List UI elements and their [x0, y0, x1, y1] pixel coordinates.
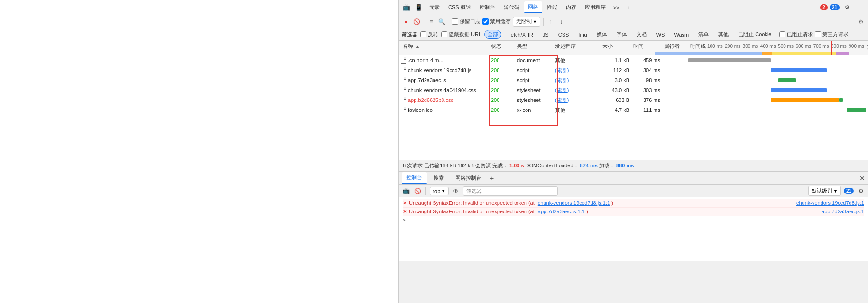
tab-console-bottom[interactable]: 控制台: [402, 172, 427, 184]
table-row[interactable]: app.7d2a3aec.js 200 script (索引) 3.0 kB 9…: [399, 75, 868, 85]
table-row[interactable]: favicon.ico 200 x-icon 其他 4.7 kB 111 ms: [399, 105, 868, 115]
filter-wasm[interactable]: Wasm: [671, 31, 692, 38]
throttle-dropdown[interactable]: 无限制 ▼: [513, 17, 540, 27]
tick-300ms: 300 ms: [743, 44, 758, 49]
blocked-requests-checkbox[interactable]: [779, 31, 785, 37]
header-type[interactable]: 类型: [515, 43, 553, 50]
close-drawer-button[interactable]: ✕: [859, 174, 865, 182]
progress-purple: [836, 52, 849, 55]
preserve-log-checkbox[interactable]: [452, 18, 458, 25]
tab-network-console[interactable]: 网络控制台: [451, 173, 486, 184]
header-timeline[interactable]: 时间线 100 ms 200 ms 300 ms 400 ms 500 ms 6…: [688, 43, 868, 50]
third-party-label[interactable]: 第三方请求: [815, 31, 849, 38]
chevron-down-icon: ▼: [441, 189, 445, 193]
header-time[interactable]: 时间: [631, 43, 662, 50]
console-filter-input[interactable]: [463, 186, 558, 196]
tab-elements[interactable]: 元素: [425, 2, 443, 13]
filter-all[interactable]: 全部: [484, 30, 501, 39]
mobile-icon[interactable]: 📱: [413, 2, 425, 13]
row-initiator: 其他: [553, 107, 600, 114]
console-settings-icon[interactable]: ⚙: [857, 187, 865, 195]
filter-toggle[interactable]: ≡: [427, 18, 435, 26]
table-row[interactable]: chunk-vendors.4a041904.css 200 styleshee…: [399, 85, 868, 95]
tab-search[interactable]: 搜索: [429, 173, 449, 184]
row-initiator: 其他: [553, 57, 600, 64]
sort-icon: ▲: [416, 44, 420, 49]
filter-doc[interactable]: 文档: [633, 30, 650, 39]
upload-har-icon[interactable]: ↑: [546, 18, 555, 26]
row-initiator[interactable]: (索引): [553, 97, 600, 104]
filter-fetch-xhr[interactable]: Fetch/XHR: [504, 31, 536, 38]
devtools-panel: 📺 📱 元素 CSS 概述 控制台 源代码 网络 性能 内存 应用程序 >> +…: [398, 0, 868, 303]
error-link-2a[interactable]: app.7d2a3aec.js:1:1: [538, 209, 585, 214]
invert-filter[interactable]: 反转: [420, 31, 438, 38]
disable-cache-checkbox[interactable]: [482, 18, 489, 25]
row-status: 200: [489, 57, 515, 63]
table-row[interactable]: app.b2d6625b8.css 200 stylesheet (索引) 60…: [399, 95, 868, 105]
filter-js[interactable]: JS: [539, 31, 552, 38]
header-initiator[interactable]: 发起程序: [553, 43, 600, 50]
add-tab-icon[interactable]: +: [623, 2, 634, 13]
tab-memory[interactable]: 内存: [562, 2, 580, 13]
clear-button[interactable]: 🚫: [412, 18, 421, 26]
filter-ws[interactable]: WS: [653, 31, 668, 38]
table-row[interactable]: .cn-north-4.m... 200 document 其他 1.1 kB …: [399, 55, 868, 65]
row-size: 4.7 kB: [600, 107, 631, 113]
third-party-checkbox[interactable]: [815, 31, 821, 37]
file-icon: [401, 57, 406, 64]
console-screen-icon[interactable]: 📺: [402, 187, 410, 195]
search-button[interactable]: 🔍: [437, 18, 446, 26]
frame-dropdown[interactable]: top ▼: [430, 187, 449, 195]
filter-font[interactable]: 字体: [613, 30, 630, 39]
tick-800ms: 800 ms: [831, 44, 847, 49]
console-clear-icon[interactable]: 🚫: [413, 187, 422, 195]
record-button[interactable]: ●: [402, 18, 410, 26]
more-tabs-icon[interactable]: >>: [610, 2, 622, 13]
table-body[interactable]: .cn-north-4.m... 200 document 其他 1.1 kB …: [399, 55, 868, 160]
filter-other[interactable]: 其他: [715, 30, 732, 39]
warning-badge: 21: [830, 4, 840, 10]
filter-css[interactable]: CSS: [555, 31, 573, 38]
invert-checkbox[interactable]: [420, 31, 426, 37]
filter-media[interactable]: 媒体: [593, 30, 610, 39]
eye-icon[interactable]: 👁: [452, 187, 460, 195]
tick-600ms: 600 ms: [795, 44, 811, 49]
row-time: 111 ms: [631, 107, 662, 113]
add-console-tab[interactable]: +: [490, 174, 494, 182]
disable-cache-label[interactable]: 禁用缓存: [482, 18, 511, 25]
row-initiator[interactable]: (索引): [553, 87, 600, 94]
error-line-1: ✕ Uncaught SyntaxError: Invalid or unexp…: [403, 199, 864, 208]
header-status[interactable]: 状态: [489, 43, 515, 50]
tab-network[interactable]: 网络: [524, 1, 542, 13]
header-name[interactable]: 名称 ▲: [399, 43, 489, 50]
log-level-dropdown[interactable]: 默认级别 ▼: [808, 186, 841, 196]
error-link-1a[interactable]: chunk-vendors.19ccd7d8.js:1:1: [538, 200, 610, 206]
error-link-1b[interactable]: chunk-vendors.19ccd7d8.js:1: [796, 200, 864, 206]
waterfall-bar-end: [839, 98, 843, 102]
network-settings-icon[interactable]: ⚙: [857, 18, 865, 26]
settings-icon[interactable]: ⚙: [841, 2, 853, 13]
tab-performance[interactable]: 性能: [543, 2, 561, 13]
tab-console[interactable]: 控制台: [476, 2, 499, 13]
tab-css-overview[interactable]: CSS 概述: [444, 2, 475, 13]
tick-200ms: 200 ms: [725, 44, 740, 49]
preserve-log-label[interactable]: 保留日志: [452, 18, 480, 25]
blocked-requests-label[interactable]: 已阻止请求: [779, 31, 813, 38]
filter-blocked-cookie[interactable]: 已阻止 Cookie: [735, 30, 775, 39]
error-link-2b[interactable]: app.7d2a3aec.js:1: [822, 209, 864, 214]
hide-data-url-checkbox[interactable]: [441, 31, 447, 37]
header-priority[interactable]: 属行者: [662, 43, 688, 50]
tab-sources[interactable]: 源代码: [500, 2, 523, 13]
table-row[interactable]: chunk-vendors.19ccd7d8.js 200 script (索引…: [399, 65, 868, 75]
header-size[interactable]: 大小: [600, 43, 631, 50]
download-har-icon[interactable]: ↓: [557, 18, 565, 26]
tab-application[interactable]: 应用程序: [581, 2, 609, 13]
console-prompt[interactable]: >: [403, 216, 864, 224]
hide-data-url[interactable]: 隐藏数据 URL: [441, 31, 481, 38]
filter-img[interactable]: Img: [575, 31, 590, 38]
row-initiator[interactable]: (索引): [553, 77, 600, 84]
row-initiator[interactable]: (索引): [553, 67, 600, 74]
more-options-icon[interactable]: ⋯: [855, 2, 866, 13]
filter-manifest[interactable]: 清单: [695, 30, 712, 39]
device-icon[interactable]: 📺: [401, 2, 412, 13]
